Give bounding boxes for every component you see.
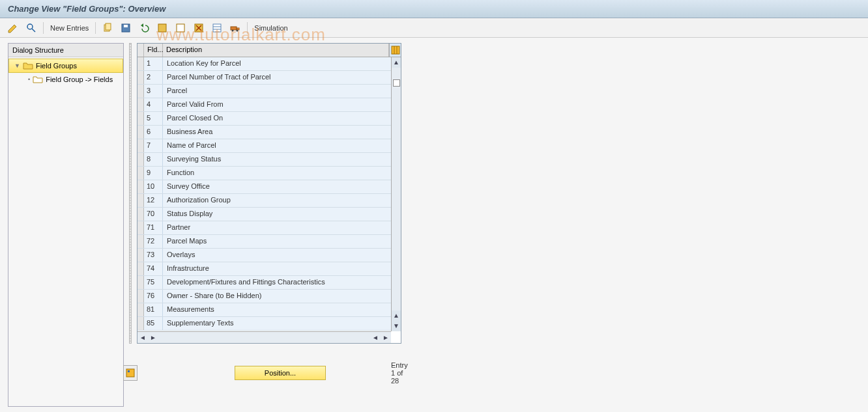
tree-item-field-groups[interactable]: ▼ Field Groups [8,59,123,73]
scroll-down-button[interactable]: ▼ [392,321,401,331]
cell-desc[interactable]: Owner - Share (to Be Hidden) [163,290,401,303]
transport-button[interactable] [227,21,243,34]
cell-desc[interactable]: Partner [163,221,401,234]
cell-fld[interactable]: 6 [144,126,163,139]
cell-fld[interactable]: 3 [144,85,163,98]
cell-desc[interactable]: Authorization Group [163,194,401,207]
col-header-desc[interactable]: Description [163,44,389,57]
cell-fld[interactable]: 85 [144,317,163,330]
col-header-fld[interactable]: Fld... [144,44,163,57]
cell-desc[interactable]: Business Area [163,126,401,139]
table-row[interactable]: 12Authorization Group [137,194,401,208]
row-selector[interactable] [137,98,144,111]
table-row[interactable]: 72Parcel Maps [137,235,401,249]
table-row[interactable]: 70Status Display [137,208,401,221]
cell-desc[interactable]: Parcel Maps [163,235,401,248]
cell-desc[interactable]: Name of Parcel [163,139,401,152]
scroll-pageup-button[interactable]: ▲ [392,310,401,321]
table-row[interactable]: 74Infrastructure [137,262,401,276]
row-selector[interactable] [137,276,144,289]
table-row[interactable]: 10Survey Office [137,180,401,194]
delete-button[interactable] [191,21,207,34]
row-selector[interactable] [137,71,144,84]
row-selector[interactable] [137,290,144,303]
cell-fld[interactable]: 1 [144,57,163,70]
cell-desc[interactable]: Overlays [163,249,401,262]
cell-desc[interactable]: Development/Fixtures and Fittings Charac… [163,276,401,289]
horizontal-scrollbar[interactable]: ◄ ► ◄ ► [137,331,391,343]
cell-fld[interactable]: 9 [144,167,163,180]
cell-desc[interactable]: Parcel Number of Tract of Parcel [163,71,401,84]
cell-desc[interactable]: Status Display [163,208,401,221]
table-row[interactable]: 4Parcel Valid From [137,98,401,112]
scroll-left2-button[interactable]: ► [148,334,158,341]
row-selector[interactable] [137,85,144,98]
row-selector[interactable] [137,194,144,207]
row-selector[interactable] [137,208,144,221]
table-row[interactable]: 8Surveying Status [137,153,401,167]
cell-fld[interactable]: 81 [144,303,163,316]
new-entries-button[interactable]: New Entries [48,23,91,33]
simulation-button[interactable]: Simulation [252,23,290,33]
tree-item-field-group-fields[interactable]: • Field Group -> Fields [8,73,123,86]
row-selector[interactable] [137,126,144,139]
cell-desc[interactable]: Parcel [163,85,401,98]
cell-fld[interactable]: 70 [144,208,163,221]
table-row[interactable]: 71Partner [137,221,401,235]
row-selector[interactable] [137,57,144,70]
row-selector[interactable] [137,180,144,193]
table-row[interactable]: 7Name of Parcel [137,139,401,153]
cell-fld[interactable]: 75 [144,276,163,289]
row-selector[interactable] [137,317,144,330]
find-button[interactable] [23,21,39,34]
splitter[interactable] [129,43,132,344]
scroll-left-button[interactable]: ◄ [137,334,148,341]
cell-fld[interactable]: 7 [144,139,163,152]
cell-fld[interactable]: 71 [144,221,163,234]
table-row[interactable]: 1Location Key for Parcel [137,57,401,71]
select-col-header[interactable] [137,44,144,57]
configure-columns-button[interactable] [389,44,401,57]
position-button[interactable]: Position... [235,366,326,380]
cell-fld[interactable]: 12 [144,194,163,207]
cell-fld[interactable]: 76 [144,290,163,303]
table-row[interactable]: 76Owner - Share (to Be Hidden) [137,290,401,303]
deselect-all-button[interactable] [173,21,188,34]
cell-fld[interactable]: 10 [144,180,163,193]
copy-button[interactable] [100,21,115,34]
cell-fld[interactable]: 4 [144,98,163,111]
cell-fld[interactable]: 8 [144,153,163,166]
row-selector[interactable] [137,139,144,152]
vertical-scrollbar[interactable]: ▲ ▲ ▼ [391,57,401,331]
cell-desc[interactable]: Function [163,167,401,180]
row-selector[interactable] [137,235,144,248]
cell-fld[interactable]: 72 [144,235,163,248]
table-row[interactable]: 5Parcel Closed On [137,112,401,126]
row-selector[interactable] [137,249,144,262]
cell-fld[interactable]: 73 [144,249,163,262]
cell-desc[interactable]: Surveying Status [163,153,401,166]
cell-desc[interactable]: Infrastructure [163,262,401,275]
scroll-up-button[interactable]: ▲ [392,57,401,68]
print-button[interactable] [209,21,225,34]
cell-desc[interactable]: Location Key for Parcel [163,57,401,70]
table-row[interactable]: 9Function [137,167,401,180]
row-selector[interactable] [137,303,144,316]
cell-fld[interactable]: 2 [144,71,163,84]
cell-desc[interactable]: Measurements [163,303,401,316]
row-selector[interactable] [137,112,144,125]
cell-desc[interactable]: Parcel Closed On [163,112,401,125]
table-row[interactable]: 3Parcel [137,85,401,98]
row-selector[interactable] [137,167,144,180]
row-selector[interactable] [137,153,144,166]
row-selector[interactable] [137,262,144,275]
row-selector[interactable] [137,221,144,234]
toggle-edit-button[interactable] [5,21,21,34]
table-row[interactable]: 75Development/Fixtures and Fittings Char… [137,276,401,290]
cell-fld[interactable]: 5 [144,112,163,125]
undo-change-button[interactable] [136,21,152,34]
scroll-right2-button[interactable]: ► [381,334,391,341]
cell-desc[interactable]: Parcel Valid From [163,98,401,111]
cell-desc[interactable]: Supplementary Texts [163,317,401,330]
cell-fld[interactable]: 74 [144,262,163,275]
